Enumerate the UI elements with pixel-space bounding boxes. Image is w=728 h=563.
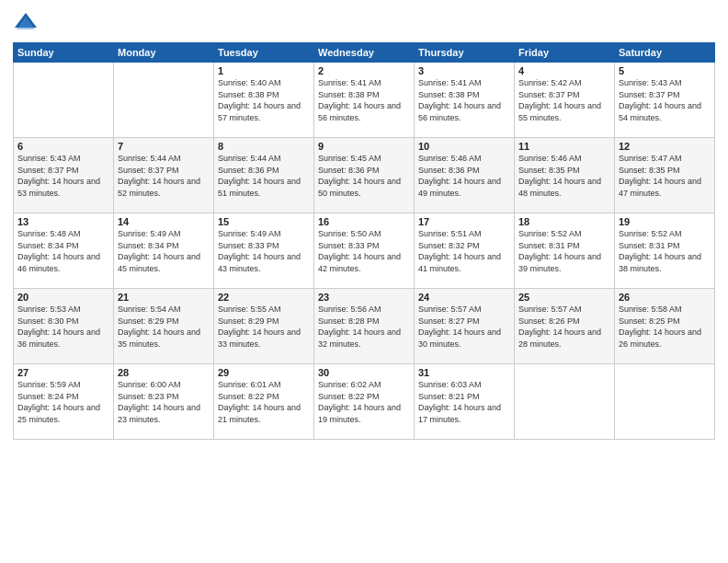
day-cell: 24Sunrise: 5:57 AMSunset: 8:27 PMDayligh… xyxy=(415,289,515,364)
day-number: 24 xyxy=(418,292,510,303)
day-cell: 10Sunrise: 5:46 AMSunset: 8:36 PMDayligh… xyxy=(415,138,515,213)
day-info: Sunrise: 5:55 AMSunset: 8:29 PMDaylight:… xyxy=(218,304,310,350)
day-cell: 13Sunrise: 5:48 AMSunset: 8:34 PMDayligh… xyxy=(14,213,114,289)
day-info: Sunrise: 5:56 AMSunset: 8:28 PMDaylight:… xyxy=(318,304,410,350)
day-info: Sunrise: 5:43 AMSunset: 8:37 PMDaylight:… xyxy=(619,77,711,123)
day-cell: 18Sunrise: 5:52 AMSunset: 8:31 PMDayligh… xyxy=(515,213,615,289)
weekday-header-monday: Monday xyxy=(114,43,214,63)
week-row-1: 1Sunrise: 5:40 AMSunset: 8:38 PMDaylight… xyxy=(14,63,715,138)
day-info: Sunrise: 6:00 AMSunset: 8:23 PMDaylight:… xyxy=(118,379,210,425)
day-cell: 11Sunrise: 5:46 AMSunset: 8:35 PMDayligh… xyxy=(515,138,615,213)
day-info: Sunrise: 5:44 AMSunset: 8:37 PMDaylight:… xyxy=(118,153,210,199)
page: SundayMondayTuesdayWednesdayThursdayFrid… xyxy=(0,0,728,563)
day-cell: 7Sunrise: 5:44 AMSunset: 8:37 PMDaylight… xyxy=(114,138,214,213)
day-info: Sunrise: 5:57 AMSunset: 8:26 PMDaylight:… xyxy=(518,304,610,350)
day-cell: 8Sunrise: 5:44 AMSunset: 8:36 PMDaylight… xyxy=(214,138,314,213)
day-cell: 23Sunrise: 5:56 AMSunset: 8:28 PMDayligh… xyxy=(314,289,415,364)
day-cell: 16Sunrise: 5:50 AMSunset: 8:33 PMDayligh… xyxy=(314,213,415,289)
day-number: 19 xyxy=(619,216,711,227)
day-info: Sunrise: 5:57 AMSunset: 8:27 PMDaylight:… xyxy=(418,304,510,350)
day-number: 28 xyxy=(118,367,210,378)
day-number: 29 xyxy=(218,367,310,378)
weekday-header-row: SundayMondayTuesdayWednesdayThursdayFrid… xyxy=(14,43,715,63)
weekday-header-thursday: Thursday xyxy=(415,43,515,63)
day-number: 27 xyxy=(17,367,109,378)
day-info: Sunrise: 5:46 AMSunset: 8:35 PMDaylight:… xyxy=(518,153,610,199)
day-cell xyxy=(515,364,615,440)
day-info: Sunrise: 5:41 AMSunset: 8:38 PMDaylight:… xyxy=(318,77,410,123)
day-info: Sunrise: 6:03 AMSunset: 8:21 PMDaylight:… xyxy=(418,379,510,425)
day-cell: 30Sunrise: 6:02 AMSunset: 8:22 PMDayligh… xyxy=(314,364,415,440)
day-info: Sunrise: 5:54 AMSunset: 8:29 PMDaylight:… xyxy=(118,304,210,350)
logo xyxy=(13,9,42,35)
header xyxy=(13,9,715,35)
day-number: 23 xyxy=(318,292,410,303)
weekday-header-tuesday: Tuesday xyxy=(214,43,314,63)
week-row-4: 20Sunrise: 5:53 AMSunset: 8:30 PMDayligh… xyxy=(14,289,715,364)
day-info: Sunrise: 5:51 AMSunset: 8:32 PMDaylight:… xyxy=(418,228,510,274)
day-cell: 22Sunrise: 5:55 AMSunset: 8:29 PMDayligh… xyxy=(214,289,314,364)
day-number: 2 xyxy=(318,65,410,76)
day-number: 31 xyxy=(418,367,510,378)
day-info: Sunrise: 5:58 AMSunset: 8:25 PMDaylight:… xyxy=(619,304,711,350)
day-info: Sunrise: 5:46 AMSunset: 8:36 PMDaylight:… xyxy=(418,153,510,199)
day-cell: 28Sunrise: 6:00 AMSunset: 8:23 PMDayligh… xyxy=(114,364,214,440)
day-number: 17 xyxy=(418,216,510,227)
day-cell: 2Sunrise: 5:41 AMSunset: 8:38 PMDaylight… xyxy=(314,63,415,138)
day-cell: 17Sunrise: 5:51 AMSunset: 8:32 PMDayligh… xyxy=(415,213,515,289)
day-info: Sunrise: 5:42 AMSunset: 8:37 PMDaylight:… xyxy=(518,77,610,123)
day-cell: 27Sunrise: 5:59 AMSunset: 8:24 PMDayligh… xyxy=(14,364,114,440)
day-number: 3 xyxy=(418,65,510,76)
day-number: 21 xyxy=(118,292,210,303)
day-cell: 31Sunrise: 6:03 AMSunset: 8:21 PMDayligh… xyxy=(415,364,515,440)
day-number: 1 xyxy=(218,65,310,76)
day-cell: 14Sunrise: 5:49 AMSunset: 8:34 PMDayligh… xyxy=(114,213,214,289)
day-number: 10 xyxy=(418,141,510,152)
day-cell: 15Sunrise: 5:49 AMSunset: 8:33 PMDayligh… xyxy=(214,213,314,289)
day-number: 15 xyxy=(218,216,310,227)
day-number: 30 xyxy=(318,367,410,378)
day-info: Sunrise: 5:59 AMSunset: 8:24 PMDaylight:… xyxy=(17,379,109,425)
day-info: Sunrise: 6:02 AMSunset: 8:22 PMDaylight:… xyxy=(318,379,410,425)
calendar-table: SundayMondayTuesdayWednesdayThursdayFrid… xyxy=(13,42,715,440)
day-number: 26 xyxy=(619,292,711,303)
day-number: 16 xyxy=(318,216,410,227)
day-cell: 21Sunrise: 5:54 AMSunset: 8:29 PMDayligh… xyxy=(114,289,214,364)
day-cell: 9Sunrise: 5:45 AMSunset: 8:36 PMDaylight… xyxy=(314,138,415,213)
day-number: 20 xyxy=(17,292,109,303)
day-info: Sunrise: 5:43 AMSunset: 8:37 PMDaylight:… xyxy=(17,153,109,199)
day-number: 25 xyxy=(518,292,610,303)
day-info: Sunrise: 5:50 AMSunset: 8:33 PMDaylight:… xyxy=(318,228,410,274)
weekday-header-saturday: Saturday xyxy=(615,43,715,63)
day-cell: 6Sunrise: 5:43 AMSunset: 8:37 PMDaylight… xyxy=(14,138,114,213)
day-cell: 26Sunrise: 5:58 AMSunset: 8:25 PMDayligh… xyxy=(615,289,715,364)
day-number: 6 xyxy=(17,141,109,152)
day-info: Sunrise: 5:52 AMSunset: 8:31 PMDaylight:… xyxy=(518,228,610,274)
day-info: Sunrise: 5:40 AMSunset: 8:38 PMDaylight:… xyxy=(218,77,310,123)
day-number: 14 xyxy=(118,216,210,227)
day-number: 5 xyxy=(619,65,711,76)
day-number: 18 xyxy=(518,216,610,227)
day-info: Sunrise: 5:53 AMSunset: 8:30 PMDaylight:… xyxy=(17,304,109,350)
logo-icon xyxy=(13,9,39,35)
day-info: Sunrise: 6:01 AMSunset: 8:22 PMDaylight:… xyxy=(218,379,310,425)
day-info: Sunrise: 5:44 AMSunset: 8:36 PMDaylight:… xyxy=(218,153,310,199)
weekday-header-friday: Friday xyxy=(515,43,615,63)
day-number: 9 xyxy=(318,141,410,152)
day-info: Sunrise: 5:48 AMSunset: 8:34 PMDaylight:… xyxy=(17,228,109,274)
day-info: Sunrise: 5:45 AMSunset: 8:36 PMDaylight:… xyxy=(318,153,410,199)
day-number: 12 xyxy=(619,141,711,152)
day-cell: 4Sunrise: 5:42 AMSunset: 8:37 PMDaylight… xyxy=(515,63,615,138)
day-number: 13 xyxy=(17,216,109,227)
week-row-5: 27Sunrise: 5:59 AMSunset: 8:24 PMDayligh… xyxy=(14,364,715,440)
day-info: Sunrise: 5:49 AMSunset: 8:34 PMDaylight:… xyxy=(118,228,210,274)
weekday-header-sunday: Sunday xyxy=(14,43,114,63)
weekday-header-wednesday: Wednesday xyxy=(314,43,415,63)
day-number: 7 xyxy=(118,141,210,152)
day-cell: 1Sunrise: 5:40 AMSunset: 8:38 PMDaylight… xyxy=(214,63,314,138)
day-cell: 25Sunrise: 5:57 AMSunset: 8:26 PMDayligh… xyxy=(515,289,615,364)
day-info: Sunrise: 5:41 AMSunset: 8:38 PMDaylight:… xyxy=(418,77,510,123)
day-cell: 5Sunrise: 5:43 AMSunset: 8:37 PMDaylight… xyxy=(615,63,715,138)
day-info: Sunrise: 5:47 AMSunset: 8:35 PMDaylight:… xyxy=(619,153,711,199)
day-cell: 12Sunrise: 5:47 AMSunset: 8:35 PMDayligh… xyxy=(615,138,715,213)
